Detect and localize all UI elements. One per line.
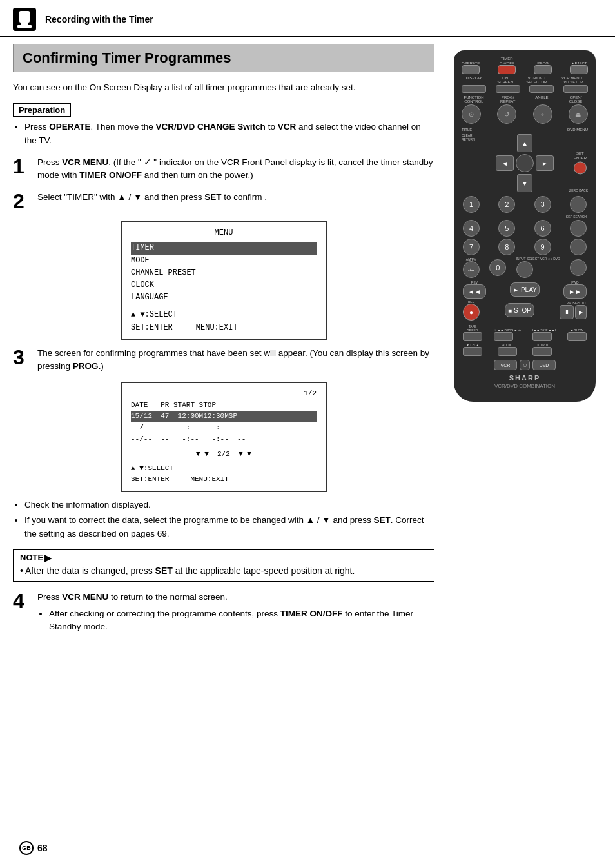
stop-btn[interactable]: ■ STOP — [505, 303, 534, 317]
step4-bullet-list: After checking or correcting the program… — [49, 607, 434, 634]
note-label: NOTE ▶ — [20, 553, 427, 563]
num-3[interactable]: 3 — [534, 196, 551, 213]
input-select-label: INPUT SELECT VCR◄►DVD — [516, 257, 560, 261]
dpad-right[interactable]: ► — [536, 155, 554, 171]
openclose-btn[interactable]: ⏏ — [569, 104, 588, 124]
skip-search-label: SKP SEARCH — [460, 215, 589, 219]
preparation-list: Press OPERATE. Then move the VCR/DVD CHA… — [24, 121, 434, 147]
dvd-menu-label: DVD MENU — [567, 128, 588, 132]
screen-label: ONSCREEN — [493, 76, 518, 84]
audio-btn[interactable] — [498, 347, 517, 356]
ampm-label: AM/PM — [463, 257, 480, 261]
operate-btn[interactable]: ··· — [462, 65, 480, 74]
btn-extra-2[interactable] — [570, 239, 587, 255]
num-7[interactable]: 7 — [463, 239, 480, 255]
timer-row-2: --/-- -- -:-- -:-- -- — [131, 422, 317, 434]
tape-speed-btn[interactable] — [463, 332, 482, 341]
pause-btns: ⏸ ▶ — [560, 305, 587, 319]
set-btn[interactable] — [574, 162, 587, 175]
eject-btn[interactable] — [570, 65, 588, 74]
gb-badge: GB — [19, 841, 34, 855]
num-0[interactable]: 0 — [489, 259, 506, 276]
slow-btn[interactable] — [567, 332, 587, 341]
dpss-label: ⊙ ◄◄ DPSS ► ⊕ — [494, 328, 521, 332]
operate-label: OPERATE — [462, 61, 480, 65]
vcr-dvd-combination-label: VCR/DVD COMBINATION — [460, 383, 589, 389]
vcr-toggle-btn[interactable]: VCR — [494, 360, 517, 370]
timer-col-headers: DATE PR START STOP — [131, 400, 317, 411]
timer-footer-1: ▲ ▼:SELECT — [131, 463, 317, 475]
step-4-number: 4 — [13, 591, 28, 611]
skip-group: I◄◄ SKIP ►►I — [532, 328, 556, 341]
prog-btn[interactable] — [534, 65, 552, 74]
preparation-bullet: Press OPERATE. Then move the VCR/DVD CHA… — [24, 121, 434, 147]
svg-rect-2 — [17, 25, 32, 28]
skip-btn[interactable] — [532, 332, 552, 341]
step-2: 2 Select "TIMER" with ▲ / ▼ and then pre… — [13, 191, 434, 212]
function-btn[interactable]: ⊙ — [462, 104, 481, 124]
step-1-text: Press VCR MENU. (If the " ✓ " indicator … — [37, 156, 434, 182]
note-text: • After the data is changed, press SET a… — [20, 566, 427, 576]
num-2[interactable]: 2 — [498, 196, 515, 213]
eject-label: ▲EJECT — [570, 61, 588, 65]
output-group: OUTPUT — [532, 343, 552, 356]
input-select-btn[interactable] — [516, 261, 533, 278]
step-2-number: 2 — [13, 191, 28, 212]
btn-extra-1[interactable] — [570, 220, 587, 237]
num-6[interactable]: 6 — [534, 220, 551, 237]
dpad-down[interactable]: ▼ — [517, 174, 532, 192]
dpss-btn[interactable] — [494, 332, 513, 341]
rec-btn[interactable]: ● — [463, 304, 480, 321]
num-1[interactable]: 1 — [463, 196, 480, 213]
timer-onoff-label: TIMERON/OFF — [498, 57, 516, 65]
menu-item-timer: TIMER — [131, 242, 317, 254]
timer-onoff-btn[interactable] — [498, 65, 516, 74]
ampm-btn[interactable]: -/-- — [463, 261, 480, 278]
set-label: SETENTER — [574, 152, 587, 161]
selector-btn[interactable] — [529, 85, 554, 93]
skip-search-btn[interactable] — [570, 196, 587, 213]
dpad: ▲ ◄ ► ▼ — [496, 134, 554, 192]
content-area: Confirming Timer Programmes You can see … — [0, 44, 615, 652]
timer-page-indicator: 1/2 — [131, 388, 317, 400]
frame-btn[interactable]: ▶ — [575, 305, 587, 319]
step-1-number: 1 — [13, 156, 28, 177]
audio-group: AUDIO — [498, 343, 517, 356]
step4-bullet: After checking or correcting the program… — [49, 607, 434, 634]
fwd-group: FWD ►► — [563, 281, 587, 299]
output-btn[interactable] — [532, 347, 552, 356]
rev-btn[interactable]: ◄◄ — [463, 284, 486, 299]
remote-container: OPERATE ··· TIMERON/OFF PROG ▲EJ — [447, 50, 602, 402]
play-btn[interactable]: ► PLAY — [510, 282, 540, 297]
num-9[interactable]: 9 — [534, 239, 551, 255]
screen-btn[interactable] — [496, 85, 520, 93]
vcrmenu-btn[interactable] — [563, 85, 588, 93]
dpad-up[interactable]: ▲ — [517, 134, 532, 152]
dvd-toggle-btn[interactable]: DVD — [532, 360, 556, 370]
dpad-left[interactable]: ◄ — [496, 155, 514, 171]
display-label: DISPLAY — [462, 76, 486, 84]
operate-group: OPERATE ··· — [462, 61, 480, 74]
rev-group: REV ◄◄ — [463, 281, 486, 299]
progrepeat-btn[interactable]: ↺ — [497, 104, 516, 124]
num-4[interactable]: 4 — [463, 220, 480, 237]
btn-extra-3[interactable] — [570, 259, 587, 276]
pause-btn[interactable]: ⏸ — [560, 305, 574, 319]
prog-group: PROG — [534, 61, 552, 74]
timer-row-1: 15/12 47 12:00M12:30MSP — [131, 411, 317, 422]
num-5[interactable]: 5 — [498, 220, 515, 237]
dpad-center[interactable] — [516, 154, 534, 172]
vcr-dvd-toggle: VCR ⊙ DVD — [460, 360, 589, 370]
angle-btn[interactable]: ⟐ — [533, 104, 552, 124]
num-8[interactable]: 8 — [498, 239, 515, 255]
fwd-btn[interactable]: ►► — [563, 284, 587, 299]
ch-btn[interactable] — [463, 347, 482, 356]
skip-label: I◄◄ SKIP ►►I — [532, 328, 556, 332]
input-select-group: INPUT SELECT VCR◄►DVD — [516, 257, 560, 278]
right-column: OPERATE ··· TIMERON/OFF PROG ▲EJ — [447, 44, 602, 652]
toggle-center: ⊙ — [520, 360, 530, 370]
timer-footer-2: SET:ENTER MENU:EXIT — [131, 474, 317, 486]
display-btn[interactable] — [462, 85, 486, 93]
set-enter-group: SETENTER — [574, 152, 587, 175]
dpad-area: ▲ ◄ ► ▼ — [460, 134, 589, 192]
